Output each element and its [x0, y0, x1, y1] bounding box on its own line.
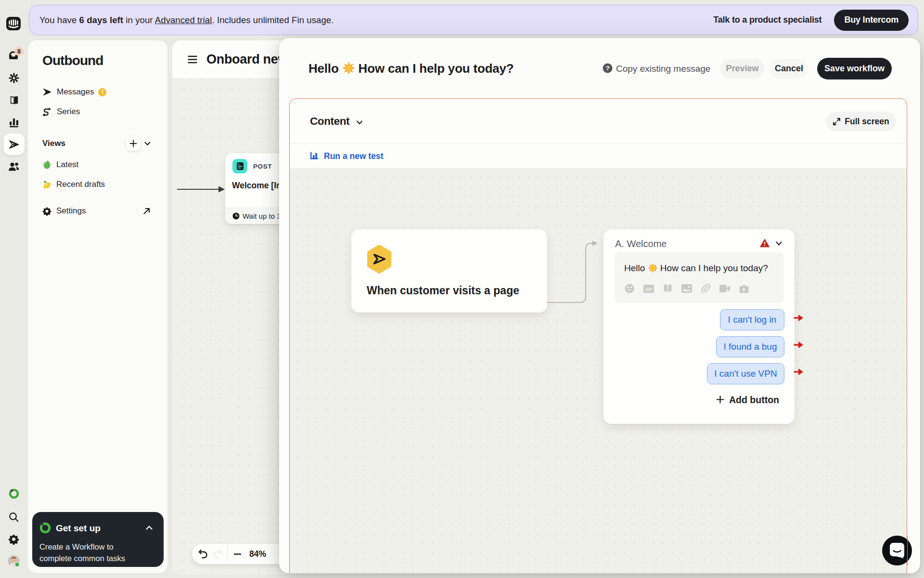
svg-text:GIF: GIF: [645, 287, 652, 291]
svg-text:?: ?: [605, 65, 609, 72]
